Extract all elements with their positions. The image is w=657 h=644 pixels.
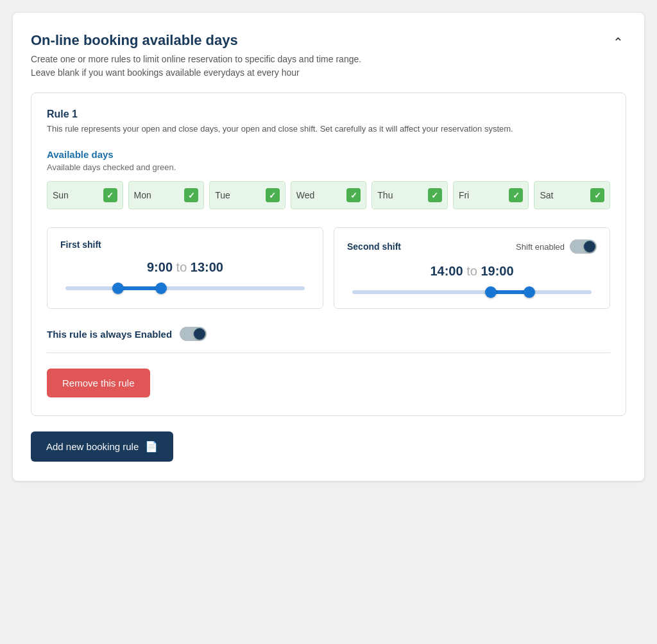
shift-enabled-thumb [584,241,595,252]
first-shift-end: 13:00 [191,260,223,274]
shift-enabled-toggle[interactable] [570,239,597,254]
day-cell-sun[interactable]: Sun [47,181,123,209]
add-booking-rule-button[interactable]: Add new booking rule 📄 [31,431,173,462]
second-shift-box: Second shift Shift enabled 14:00 to 19:0… [334,227,610,309]
check-icon-sat [590,188,604,202]
shift-enabled-group: Shift enabled [516,239,597,254]
first-shift-header: First shift [60,239,310,250]
day-cell-fri[interactable]: Fri [453,181,529,209]
day-cell-wed[interactable]: Wed [291,181,367,209]
second-shift-header: Second shift Shift enabled [347,239,597,254]
remove-rule-button[interactable]: Remove this rule [47,369,150,397]
days-row: Sun Mon Tue Wed Thu Fri [47,181,610,209]
day-label-thu: Thu [377,190,393,200]
day-label-wed: Wed [296,190,315,200]
page-subtitle: Create one or more rules to limit online… [31,53,361,80]
second-shift-title: Second shift [347,241,401,252]
day-cell-tue[interactable]: Tue [209,181,286,209]
first-shift-thumb2[interactable] [155,283,167,294]
shifts-row: First shift 9:00 to 13:00 Second shift [47,227,610,309]
always-enabled-row: This rule is always Enabled [47,327,610,341]
always-enabled-thumb [194,328,205,340]
first-shift-separator: to [176,260,187,274]
collapse-button[interactable]: ⌃ [610,32,626,53]
day-label-sun: Sun [53,190,69,200]
first-shift-box: First shift 9:00 to 13:00 [47,227,323,309]
check-icon-mon [184,188,198,202]
second-shift-thumb2[interactable] [524,286,535,298]
first-shift-slider-track[interactable] [65,286,305,290]
check-icon-wed [346,188,361,202]
second-shift-slider-track[interactable] [352,290,592,294]
subtitle-line1: Create one or more rules to limit online… [31,54,361,64]
second-shift-time: 14:00 to 19:00 [347,264,597,279]
day-label-mon: Mon [134,190,151,200]
first-shift-title: First shift [60,239,101,250]
day-cell-sat[interactable]: Sat [534,181,610,209]
check-icon-thu [428,188,442,202]
page-container: On-line booking available days Create on… [13,13,644,481]
shift-enabled-track [570,239,597,254]
day-label-tue: Tue [215,190,230,200]
day-label-fri: Fri [459,190,469,200]
first-shift-time: 9:00 to 13:00 [60,260,310,275]
day-cell-thu[interactable]: Thu [371,181,448,209]
first-shift-slider-fill [118,286,161,290]
first-shift-thumb1[interactable] [112,283,124,294]
rule-box: Rule 1 This rule represents your open an… [31,92,626,416]
header-row: On-line booking available days Create on… [31,32,626,80]
always-enabled-label: This rule is always Enabled [47,329,172,340]
second-shift-thumb1[interactable] [485,286,497,298]
check-icon-sun [103,188,117,202]
always-enabled-track [180,327,207,341]
always-enabled-toggle[interactable] [180,327,207,341]
second-shift-start: 14:00 [430,264,463,278]
subtitle-line2: Leave blank if you want bookings availab… [31,67,300,78]
document-icon: 📄 [145,440,158,453]
day-label-sat: Sat [540,190,553,200]
available-days-subtitle: Available days checked and green. [47,162,610,172]
rule-title: Rule 1 [47,109,610,120]
rule-description: This rule represents your open and close… [47,124,610,134]
check-icon-fri [509,188,523,202]
second-shift-separator: to [466,264,477,278]
divider [47,352,610,353]
available-days-title: Available days [47,149,610,160]
second-shift-end: 19:00 [481,264,513,278]
add-button-label: Add new booking rule [46,441,139,452]
day-cell-mon[interactable]: Mon [128,181,205,209]
check-icon-tue [266,188,280,202]
first-shift-start: 9:00 [147,260,173,274]
header-text: On-line booking available days Create on… [31,32,361,80]
page-title: On-line booking available days [31,32,361,49]
shift-enabled-label: Shift enabled [516,242,565,252]
